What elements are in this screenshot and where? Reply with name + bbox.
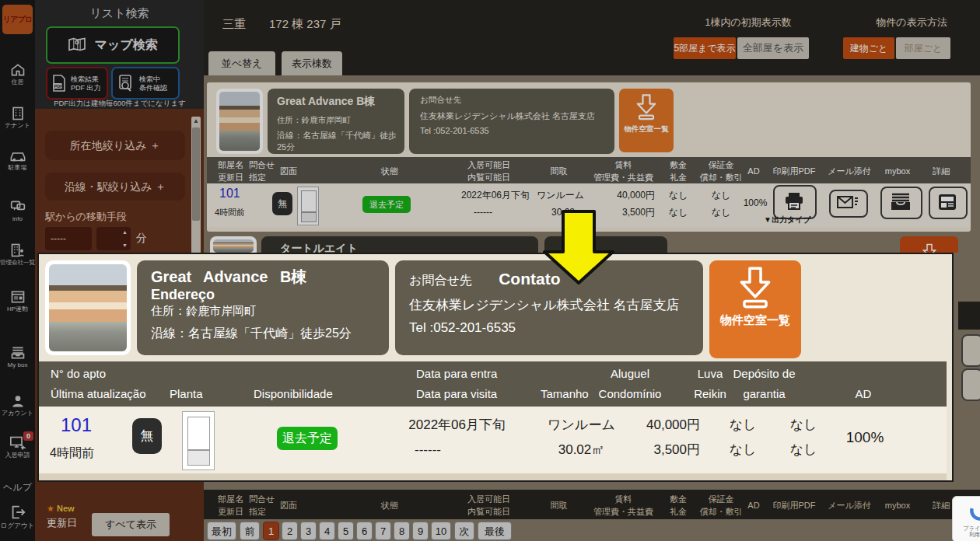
popup-move-in-date: 2022年06月下旬 <box>366 413 506 438</box>
popup-ad-value: 100% <box>842 425 888 450</box>
popup-amortization-value: なし <box>784 438 823 462</box>
popup-photo <box>49 264 127 351</box>
popup-col-luva-1: Luva <box>691 364 730 384</box>
popup-room-number-link[interactable]: 101 <box>61 413 92 438</box>
popup-col-apt-2: Última atualização <box>51 384 146 404</box>
popup-guarantee-value: なし <box>784 413 823 438</box>
pointer-arrow-icon <box>543 210 614 284</box>
popup-col-deposito-1: Depósito de <box>731 364 797 384</box>
popup-deposit-value: なし <box>723 413 762 438</box>
popup-floorplan-thumb[interactable] <box>182 411 215 470</box>
popup-room-row: 101 4時間前 無 退去予定 2022年06月下旬 ------ ワンルーム … <box>39 407 947 473</box>
popup-col-apt: N° do apto Última atualização <box>51 364 146 404</box>
popup-col-deposito: Depósito de garantia <box>731 364 797 404</box>
popup-size-value: 30.02㎡ <box>541 438 622 462</box>
popup-col-aluguel-1: Aluguel <box>583 364 677 384</box>
popup-col-deposito-2: garantia <box>731 384 797 404</box>
recaptcha-privacy[interactable]: プライバシー <box>953 525 980 532</box>
popup-contact-company: 住友林業レジデンシャル株式会社 名古屋支店 <box>409 296 703 314</box>
popup-contact-label: お問合せ先 <box>409 274 472 287</box>
floorplan-room <box>187 417 210 450</box>
popup-contact-tel: Tel :052-201-6535 <box>409 320 703 336</box>
popup-inquiry-badge: 無 <box>132 418 162 454</box>
popup-col-planta: Planta <box>170 384 203 404</box>
popup-vacancy-button[interactable]: 物件空室一覧 <box>709 260 801 358</box>
popup-building-line: 沿線：名古屋線「千代崎」徒歩25分 <box>151 326 389 342</box>
zoomed-property-popup: Great Advance B棟 Endereço 住所：鈴鹿市岸岡町 沿線：名… <box>37 253 954 482</box>
popup-rent-value: 40,000円 <box>614 413 700 438</box>
popup-fee-value: 3,500円 <box>614 438 700 462</box>
floorplan-room2 <box>187 450 210 466</box>
popup-col-dates: Data para entra Data para visita <box>416 364 497 404</box>
popup-status-badge: 退去予定 <box>277 427 338 450</box>
popup-building-box: Great Advance B棟 Endereço 住所：鈴鹿市岸岡町 沿線：名… <box>137 260 389 355</box>
download-arrow-icon <box>737 267 774 309</box>
recaptcha-icon <box>968 499 980 522</box>
popup-vacancy-label: 物件空室一覧 <box>709 313 801 328</box>
popup-viewing-date: ------ <box>373 438 482 462</box>
popup-photo-thumb[interactable] <box>45 260 131 355</box>
popup-layout-value: ワンルーム <box>541 413 622 438</box>
popup-col-date-2: Data para visita <box>416 384 497 404</box>
popup-keymoney-value: なし <box>723 438 762 462</box>
recaptcha-badge[interactable]: プライバシー 利用規約 <box>952 496 980 541</box>
popup-address-label-pt: Endereço <box>151 288 389 302</box>
popup-room-updated: 4時間前 <box>50 441 94 466</box>
popup-col-tamanho: Tamanho <box>541 384 589 404</box>
popup-col-luva: Luva Reikin <box>691 364 730 404</box>
popup-col-date-1: Data para entra <box>416 364 497 384</box>
popup-col-luva-2: Reikin <box>691 384 730 404</box>
app-screen: リアプロ 住居 テナント 駐車場 info 管理会社一覧 HP連動 My box <box>0 0 980 541</box>
popup-col-aluguel: Aluguel Condomínio <box>583 364 677 404</box>
popup-col-ad: AD <box>848 384 879 404</box>
recaptcha-terms[interactable]: 利用規約 <box>953 532 980 538</box>
popup-col-apt-1: N° do apto <box>51 364 146 384</box>
popup-col-aluguel-2: Condomínio <box>583 384 677 404</box>
popup-footer-strip <box>39 473 947 480</box>
popup-building-address: 住所：鈴鹿市岸岡町 <box>151 304 389 319</box>
popup-table-header: N° do apto Última atualização Planta Dis… <box>39 361 947 407</box>
popup-building-name: Great Advance B棟 <box>151 267 389 288</box>
popup-col-disponibilidade: Disponibilidade <box>254 384 333 404</box>
